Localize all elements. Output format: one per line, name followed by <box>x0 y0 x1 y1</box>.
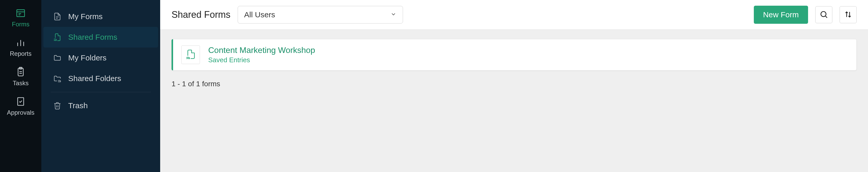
topbar: Shared Forms All Users New Form <box>160 0 868 30</box>
navrail-item-reports[interactable]: Reports <box>0 33 41 62</box>
search-icon <box>819 10 828 20</box>
navrail-item-tasks[interactable]: Tasks <box>0 62 41 92</box>
shared-file-icon <box>53 33 62 42</box>
navrail-item-approvals[interactable]: Approvals <box>0 92 41 121</box>
sidebar-item-my-forms[interactable]: My Forms <box>43 6 158 27</box>
navrail-label: Forms <box>12 21 29 28</box>
nav-rail: Forms Reports Tasks Approvals <box>0 0 41 172</box>
file-icon <box>53 12 62 21</box>
sidebar-item-trash[interactable]: Trash <box>43 95 158 116</box>
sidebar: My Forms Shared Forms My Folders Shared … <box>41 0 160 172</box>
user-filter-select[interactable]: All Users <box>238 6 403 24</box>
sidebar-item-label: Shared Folders <box>68 74 121 83</box>
svg-point-14 <box>821 11 826 16</box>
navrail-label: Tasks <box>13 79 28 87</box>
form-icon <box>15 8 26 19</box>
user-filter-value: All Users <box>244 10 275 19</box>
form-card[interactable]: Content Marketing Workshop Saved Entries <box>172 39 857 70</box>
navrail-label: Reports <box>10 50 32 57</box>
sort-button[interactable] <box>840 6 857 23</box>
svg-line-15 <box>826 16 827 18</box>
trash-icon <box>53 101 62 110</box>
navrail-label: Approvals <box>7 109 35 116</box>
folder-icon <box>53 53 62 63</box>
approvals-icon <box>15 96 26 107</box>
chevron-down-icon <box>390 10 397 19</box>
svg-rect-0 <box>17 10 25 17</box>
form-subtitle: Saved Entries <box>208 56 315 64</box>
sidebar-item-label: Trash <box>68 101 88 110</box>
reports-icon <box>15 37 26 48</box>
content: Content Marketing Workshop Saved Entries… <box>160 30 868 97</box>
shared-folder-icon <box>53 74 62 83</box>
sidebar-item-my-folders[interactable]: My Folders <box>43 47 158 68</box>
form-title: Content Marketing Workshop <box>208 45 315 55</box>
sidebar-item-label: Shared Forms <box>68 33 117 42</box>
sidebar-divider <box>51 92 151 92</box>
result-count: 1 - 1 of 1 forms <box>172 80 857 88</box>
search-button[interactable] <box>815 6 832 23</box>
tasks-icon <box>15 67 26 77</box>
form-card-text: Content Marketing Workshop Saved Entries <box>208 45 315 64</box>
main-area: Shared Forms All Users New Form Cont <box>160 0 868 172</box>
new-form-button[interactable]: New Form <box>754 6 808 24</box>
sidebar-item-label: My Forms <box>68 12 102 21</box>
page-title: Shared Forms <box>172 9 230 20</box>
sidebar-item-shared-folders[interactable]: Shared Folders <box>43 68 158 89</box>
sidebar-item-shared-forms[interactable]: Shared Forms <box>43 27 158 47</box>
navrail-item-forms[interactable]: Forms <box>0 3 41 33</box>
sort-icon <box>844 10 852 20</box>
form-thumb-icon <box>181 45 200 64</box>
sidebar-item-label: My Folders <box>68 54 106 62</box>
